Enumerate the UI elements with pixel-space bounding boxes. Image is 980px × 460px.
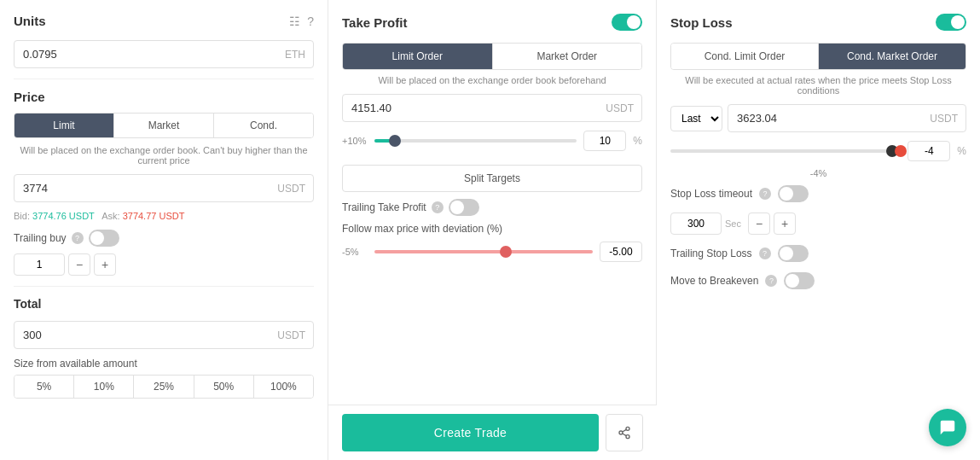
deviation-slider-row: -5% xyxy=(342,242,642,262)
bid-ask-line: Bid: 3774.76 USDT Ask: 3774.77 USDT xyxy=(14,211,314,221)
deviation-slider-thumb[interactable] xyxy=(500,246,512,258)
trailing-buy-value[interactable] xyxy=(14,253,65,276)
tp-pct-symbol: % xyxy=(633,135,642,147)
size-100[interactable]: 100% xyxy=(253,376,313,398)
sl-price-currency: USDT xyxy=(930,113,958,125)
total-input[interactable] xyxy=(14,321,314,349)
tp-slider-track[interactable] xyxy=(374,139,577,143)
units-panel: Units ☷ ? ETH Price Limit Market Cond. W… xyxy=(0,0,328,460)
chat-icon xyxy=(938,418,957,437)
follow-label: Follow max price with deviation (%) xyxy=(342,223,642,235)
price-input-group: USDT xyxy=(14,174,314,202)
create-trade-btn[interactable]: Create Trade xyxy=(342,414,599,451)
divider-2 xyxy=(14,286,314,287)
trailing-buy-toggle-slider[interactable] xyxy=(89,230,119,247)
sl-tab-cond-limit[interactable]: Cond. Limit Order xyxy=(671,44,818,69)
sl-timeout-value[interactable] xyxy=(670,213,722,235)
trailing-buy-help-icon[interactable]: ? xyxy=(72,232,84,244)
sl-timeout-unit: Sec xyxy=(725,218,741,229)
total-title: Total xyxy=(14,297,314,311)
sl-trailing-toggle-slider[interactable] xyxy=(778,245,809,262)
bottom-bar: Create Trade xyxy=(328,405,657,460)
split-targets-btn[interactable]: Split Targets xyxy=(342,165,642,192)
stop-loss-header: Stop Loss xyxy=(670,14,966,31)
sl-trailing-toggle[interactable] xyxy=(778,245,809,262)
sl-tab-group: Cond. Limit Order Cond. Market Order xyxy=(670,43,966,70)
units-currency: ETH xyxy=(285,49,305,61)
trailing-tp-row: Trailing Take Profit ? xyxy=(342,199,642,216)
size-10[interactable]: 10% xyxy=(73,376,133,398)
share-icon xyxy=(618,426,631,440)
sl-tab-cond-market[interactable]: Cond. Market Order xyxy=(818,44,966,69)
sl-trailing-row: Trailing Stop Loss ? xyxy=(670,245,966,262)
sl-breakeven-row: Move to Breakeven ? xyxy=(670,272,966,289)
sl-timeout-increment[interactable]: + xyxy=(774,213,796,235)
divider-1 xyxy=(14,79,314,79)
size-50[interactable]: 50% xyxy=(194,376,253,398)
sl-slider-thumb-red[interactable] xyxy=(895,145,907,157)
deviation-slider-label: -5% xyxy=(342,247,368,257)
take-profit-toggle[interactable] xyxy=(612,14,642,31)
sl-timeout-help-icon[interactable]: ? xyxy=(759,188,771,200)
take-profit-toggle-slider[interactable] xyxy=(612,14,642,31)
units-header-icons: ☷ ? xyxy=(289,15,314,28)
sl-timeout-label: Stop Loss timeout xyxy=(670,188,752,200)
copy-icon[interactable]: ☷ xyxy=(289,15,300,28)
tp-price-input[interactable] xyxy=(342,94,642,122)
sl-slider-row: % xyxy=(670,141,966,161)
price-tab-cond[interactable]: Cond. xyxy=(213,114,313,137)
sl-timeout-row: Stop Loss timeout ? xyxy=(670,185,966,202)
trailing-tp-toggle-slider[interactable] xyxy=(449,199,479,216)
sl-breakeven-help-icon[interactable]: ? xyxy=(765,275,777,287)
trailing-tp-toggle[interactable] xyxy=(449,199,479,216)
tp-price-input-group: USDT xyxy=(342,94,642,122)
units-title: Units xyxy=(14,14,46,28)
sl-timeout-decrement[interactable]: − xyxy=(748,213,770,235)
sl-breakeven-toggle[interactable] xyxy=(784,272,815,289)
price-helper: Will be placed on the exchange order boo… xyxy=(14,145,314,166)
size-25[interactable]: 25% xyxy=(133,376,193,398)
sl-pct-symbol: % xyxy=(957,145,966,157)
trailing-buy-toggle[interactable] xyxy=(89,230,119,247)
stop-loss-toggle[interactable] xyxy=(936,14,966,31)
ask-value: 3774.77 USDT xyxy=(123,211,185,221)
size-btn-group: 5% 10% 25% 50% 100% xyxy=(14,375,314,399)
chat-bubble[interactable] xyxy=(929,409,966,446)
bid-label: Bid: xyxy=(14,211,30,221)
sl-slider-pct-label: -4% xyxy=(670,168,966,178)
deviation-slider-track[interactable] xyxy=(374,250,593,253)
sl-timeout-toggle[interactable] xyxy=(778,185,809,202)
tp-tab-market[interactable]: Market Order xyxy=(492,44,642,69)
units-input-group: ETH xyxy=(14,40,314,68)
size-5[interactable]: 5% xyxy=(14,376,73,398)
sl-timeout-toggle-slider[interactable] xyxy=(778,185,809,202)
price-currency: USDT xyxy=(277,183,305,195)
tp-slider-thumb[interactable] xyxy=(389,135,401,147)
price-tab-market[interactable]: Market xyxy=(113,114,213,137)
take-profit-header: Take Profit xyxy=(342,14,642,31)
sl-trailing-help-icon[interactable]: ? xyxy=(759,247,771,259)
price-header: Price xyxy=(14,90,314,104)
units-input[interactable] xyxy=(14,40,314,68)
sl-helper: Will be executed at actual rates when th… xyxy=(670,75,966,96)
trailing-buy-stepper: − + xyxy=(14,253,314,276)
help-icon[interactable]: ? xyxy=(307,15,314,28)
sl-breakeven-toggle-slider[interactable] xyxy=(784,272,815,289)
price-input[interactable] xyxy=(14,174,314,202)
sl-slider-track[interactable] xyxy=(670,149,901,153)
trailing-buy-label-row: Trailing buy ? xyxy=(14,230,314,247)
tp-pct-input[interactable] xyxy=(583,131,626,151)
trailing-buy-decrement[interactable]: − xyxy=(68,253,90,276)
sl-pct-input[interactable] xyxy=(908,141,950,161)
price-tab-limit[interactable]: Limit xyxy=(14,114,113,137)
tp-tab-limit[interactable]: Limit Order xyxy=(343,44,492,69)
trailing-buy-increment[interactable]: + xyxy=(94,253,116,276)
deviation-value-input[interactable] xyxy=(600,242,642,262)
sl-last-group: Last USDT xyxy=(670,104,966,132)
stop-loss-panel: Stop Loss Cond. Limit Order Cond. Market… xyxy=(657,0,980,460)
share-btn[interactable] xyxy=(606,414,643,451)
stop-loss-toggle-slider[interactable] xyxy=(936,14,966,31)
trailing-tp-help-icon[interactable]: ? xyxy=(432,201,444,213)
sl-last-select[interactable]: Last xyxy=(670,106,722,131)
svg-point-1 xyxy=(619,431,623,434)
